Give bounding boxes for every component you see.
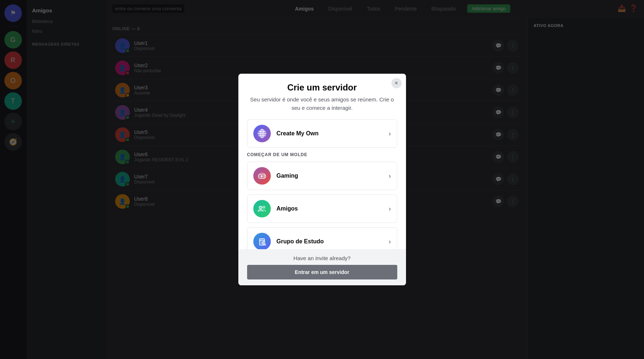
close-button[interactable]: × [391,78,402,88]
modal-header: Crie um servidor Seu servidor é onde voc… [238,74,406,119]
create-own-option[interactable]: Create My Own › [247,119,397,148]
modal-subtitle: Seu servidor é onde você e seus amigos s… [247,96,397,112]
templates-section-label: COMEÇAR DE UM MOLDE [247,152,397,157]
chevron-right-icon: › [389,130,391,138]
gaming-template-option[interactable]: Gaming › [247,162,397,190]
gaming-label: Gaming [277,173,383,179]
gaming-icon [253,167,271,185]
svg-point-10 [263,206,265,208]
chevron-right-icon: › [389,238,391,246]
create-own-icon [253,125,271,142]
chevron-right-icon: › [389,172,391,180]
svg-point-7 [264,175,264,176]
svg-line-13 [265,244,266,245]
modal-overlay[interactable]: × Crie um servidor Seu servidor é onde v… [0,0,644,359]
modal-title: Crie um servidor [247,82,397,93]
chevron-right-icon: › [389,205,391,213]
study-icon [253,233,271,249]
create-own-label: Create My Own [277,130,383,137]
friends-icon [253,200,271,217]
study-template-label: Grupo de Estudo [277,238,383,245]
study-template-option[interactable]: Grupo de Estudo › [247,227,397,249]
modal-options-list: Create My Own › COMEÇAR DE UM MOLDE [238,119,406,249]
friends-template-option[interactable]: Amigos › [247,194,397,223]
modal-footer: Have an invite already? Entrar em um ser… [238,249,406,285]
invite-question-text: Have an invite already? [247,255,397,261]
create-server-modal: × Crie um servidor Seu servidor é onde v… [238,74,406,285]
close-icon: × [395,80,398,86]
svg-point-9 [259,206,262,209]
svg-point-8 [264,177,264,177]
friends-template-label: Amigos [277,205,383,212]
join-server-button[interactable]: Entrar em um servidor [247,265,397,279]
